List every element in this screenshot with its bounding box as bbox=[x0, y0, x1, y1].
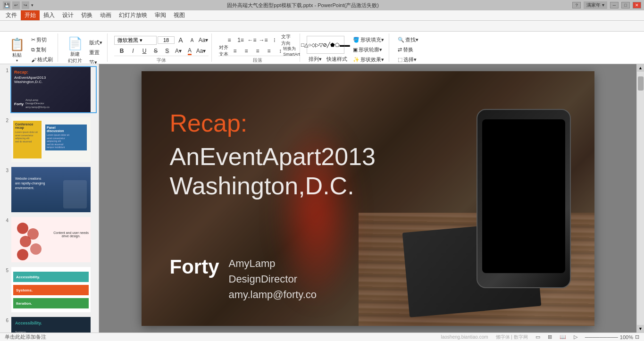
text-direction-button[interactable]: 文字方向 bbox=[281, 35, 291, 45]
user-button[interactable]: 满家年 ▾ bbox=[584, 1, 607, 9]
quick-styles-button[interactable]: 快速样式 bbox=[325, 55, 349, 64]
menu-slideshow[interactable]: 幻灯片放映 bbox=[115, 10, 151, 20]
slide-image-3[interactable]: Website creationsare rapidly-changingenv… bbox=[10, 166, 97, 213]
menu-view[interactable]: 视图 bbox=[170, 10, 189, 20]
copy-button[interactable]: ⧉ 复制 bbox=[29, 45, 55, 54]
increase-font-button[interactable]: A bbox=[176, 35, 186, 45]
slide-image-1[interactable]: Recap: AnEventApart2013Washington,D.C. F… bbox=[10, 66, 97, 113]
shape-effects-button[interactable]: ✨ 形状效果▾ bbox=[351, 55, 386, 64]
bold-button[interactable]: B bbox=[117, 46, 127, 56]
scroll-up-arrow[interactable]: ▲ bbox=[637, 64, 644, 72]
restore-button[interactable]: □ bbox=[621, 2, 630, 8]
align-text-button[interactable]: 对齐文本 bbox=[218, 46, 229, 56]
minimize-button[interactable]: ─ bbox=[610, 2, 619, 8]
thumb1-recap: Recap: bbox=[14, 70, 88, 75]
layout-button[interactable]: 版式▾ bbox=[87, 38, 104, 47]
quick-access-redo[interactable]: ↪ bbox=[22, 1, 29, 9]
strikethrough-button[interactable]: S bbox=[151, 46, 161, 56]
font-color-button[interactable]: A bbox=[184, 46, 195, 56]
decrease-indent-button[interactable]: ←≡ bbox=[247, 35, 257, 45]
font-name-selector[interactable]: 微软雅黑 ▾ bbox=[114, 36, 157, 45]
clear-format-button[interactable]: Aa▾ bbox=[198, 35, 209, 45]
slide-canvas[interactable]: Recap: AnEventApart2013 Washington,D.C. … bbox=[142, 71, 594, 326]
align-right-button[interactable]: ≡ bbox=[252, 46, 263, 56]
menu-file[interactable]: 文件 bbox=[2, 10, 21, 20]
change-case-button[interactable]: Aa▾ bbox=[196, 46, 206, 56]
char-spacing-button[interactable]: A▾ bbox=[173, 46, 184, 56]
align-left-button[interactable]: ≡ bbox=[230, 46, 240, 56]
menu-insert[interactable]: 插入 bbox=[40, 10, 59, 20]
quick-access-undo[interactable]: ↩ bbox=[12, 1, 20, 9]
thumb5-label1: Accessibility. bbox=[16, 275, 40, 279]
view-slidesorter-button[interactable]: ⊞ bbox=[548, 334, 552, 340]
replace-button[interactable]: ⇄ 替换 bbox=[396, 45, 420, 54]
shape-outline-button[interactable]: ▣ 形状轮廓▾ bbox=[351, 45, 386, 54]
increase-indent-button[interactable]: →≡ bbox=[258, 35, 268, 45]
copy-icon: ⧉ bbox=[31, 47, 35, 53]
slide-footer-content: Forty AmyLamp DesignDirector amy.lamp@fo… bbox=[170, 256, 317, 302]
slide-thumb-4[interactable]: 4 Content and user needsdrive design. bbox=[2, 216, 97, 263]
slide-panel[interactable]: 1 Recap: AnEventApart2013Washington,D.C.… bbox=[0, 64, 99, 333]
decrease-font-button[interactable]: A bbox=[187, 35, 197, 45]
scroll-thumb[interactable] bbox=[638, 76, 644, 91]
shapes-selector[interactable]: □△○◇▷▽⊘╱⬟⬠▬▬ bbox=[307, 36, 344, 54]
font-size-selector[interactable]: 18 bbox=[158, 36, 175, 44]
menu-design[interactable]: 设计 bbox=[59, 10, 77, 20]
section-button[interactable]: 节▾ bbox=[87, 58, 104, 64]
menu-home[interactable]: 开始 bbox=[21, 10, 40, 20]
bullets-button[interactable]: ≡ bbox=[224, 35, 234, 45]
paste-button[interactable]: 📋 粘贴 ▾ bbox=[7, 36, 27, 64]
thumb6-label2: Systems. bbox=[15, 330, 27, 333]
arrange-button[interactable]: 排列▾ bbox=[307, 55, 324, 64]
shadow-button[interactable]: S bbox=[162, 46, 172, 56]
fit-button[interactable]: ⊡ bbox=[635, 334, 639, 340]
slideshow-button[interactable]: ▷ bbox=[574, 334, 577, 340]
quick-access-save[interactable]: 💾 bbox=[3, 1, 10, 9]
view-reading-button[interactable]: 📖 bbox=[560, 334, 566, 340]
column-button[interactable]: ⫶ bbox=[269, 35, 280, 45]
italic-button[interactable]: I bbox=[128, 46, 138, 56]
close-button[interactable]: ✕ bbox=[633, 2, 641, 8]
reset-button[interactable]: 重置 bbox=[87, 48, 104, 57]
slide-thumb-6[interactable]: 6 Accessibility. Systems. AmyLamp Design… bbox=[2, 316, 97, 333]
zoom-slider[interactable]: ───────── 100% ⊡ bbox=[585, 334, 639, 340]
convert-smartart-button[interactable]: 转换为 SmartArt bbox=[286, 46, 297, 56]
select-button[interactable]: ⬚ 选择▾ bbox=[396, 55, 420, 64]
help-button[interactable]: ? bbox=[572, 2, 581, 8]
new-slide-button[interactable]: 📄 新建幻灯片 ▾ bbox=[65, 35, 85, 64]
thumb5-label3: Iteration. bbox=[16, 301, 32, 306]
slide-contact-info: AmyLamp DesignDirector amy.lamp@forty.co bbox=[229, 256, 317, 302]
thumb1-forty: Forty bbox=[14, 102, 24, 106]
view-normal-button[interactable]: ▭ bbox=[535, 334, 540, 340]
slide-image-5[interactable]: Accessibility. Systems. Iteration. bbox=[10, 266, 97, 313]
slide-thumb-1[interactable]: 1 Recap: AnEventApart2013Washington,D.C.… bbox=[2, 66, 97, 113]
menu-review[interactable]: 审阅 bbox=[151, 10, 170, 20]
slides-group: 📄 新建幻灯片 ▾ 版式▾ 重置 节▾ 幻灯片 bbox=[62, 33, 108, 62]
statusbar-notes[interactable]: 单击此处添加备注 bbox=[5, 333, 46, 341]
paste-label: 粘贴 bbox=[12, 52, 22, 58]
numbering-button[interactable]: 1≡ bbox=[235, 35, 246, 45]
scroll-track[interactable] bbox=[637, 72, 644, 325]
slide-image-2[interactable]: Conferencerecap Lorem ipsum dolor sitame… bbox=[10, 116, 97, 163]
slide-thumb-2[interactable]: 2 Conferencerecap Lorem ipsum dolor sita… bbox=[2, 116, 97, 163]
shape-fill-button[interactable]: 🪣 形状填充▾ bbox=[351, 35, 386, 44]
find-button[interactable]: 🔍 查找▾ bbox=[396, 35, 420, 44]
center-button[interactable]: ≡ bbox=[241, 46, 251, 56]
menu-animations[interactable]: 动画 bbox=[96, 10, 115, 20]
drawing-group: □△○◇▷▽⊘╱⬟⬠▬▬ 排列▾ 快速样式 🪣 形状填充▾ ▣ 形状轮廓▾ ✨ … bbox=[304, 33, 389, 62]
menubar: 文件 开始 插入 设计 切换 动画 幻灯片放映 审阅 视图 bbox=[0, 10, 644, 21]
slide-thumb-3[interactable]: 3 Website creationsare rapidly-changinge… bbox=[2, 166, 97, 213]
cut-button[interactable]: ✂ 剪切 bbox=[29, 35, 55, 44]
vertical-scrollbar[interactable]: ▲ ▼ bbox=[636, 64, 644, 333]
paste-icon: 📋 bbox=[9, 37, 25, 52]
scroll-down-arrow[interactable]: ▼ bbox=[637, 325, 644, 333]
underline-button[interactable]: U bbox=[139, 46, 150, 56]
slide-thumb-5[interactable]: 5 Accessibility. Systems. Iteration. bbox=[2, 266, 97, 313]
format-paint-button[interactable]: 🖌 格式刷 bbox=[29, 55, 55, 64]
slide-image-6[interactable]: Accessibility. Systems. AmyLamp DesignDi… bbox=[10, 316, 97, 333]
slide-title-text: AnEventApart2013 Washington,D.C. bbox=[170, 142, 376, 201]
new-slide-label: 新建幻灯片 bbox=[68, 51, 82, 64]
menu-transitions[interactable]: 切换 bbox=[77, 10, 96, 20]
justify-button[interactable]: ≡ bbox=[264, 46, 274, 56]
slide-image-4[interactable]: Content and user needsdrive design. bbox=[10, 216, 97, 263]
